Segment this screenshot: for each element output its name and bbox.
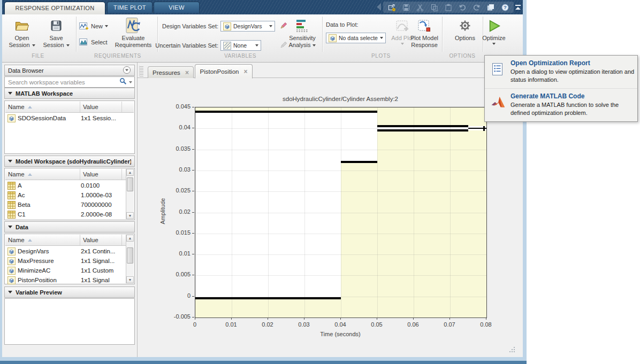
select-requirement-icon: [79, 38, 89, 47]
menu-item-generate-matlab-code[interactable]: Generate MATLAB CodeGenerate a MATLAB fu…: [485, 88, 637, 121]
layout-icon[interactable]: [485, 3, 496, 12]
copy-icon[interactable]: [429, 3, 440, 12]
column-header-name[interactable]: Name: [5, 235, 80, 245]
row-name: A: [18, 182, 81, 189]
document-tab-pistonposition[interactable]: PistonPosition×: [195, 64, 253, 79]
column-header-value[interactable]: Value: [80, 102, 122, 112]
scroll-down-icon[interactable]: ▼: [126, 276, 134, 283]
ribbon-tab-time-plot[interactable]: TIME PLOT: [107, 2, 153, 13]
save-icon[interactable]: [401, 3, 412, 12]
data-browser-header: Data Browser: [4, 65, 135, 76]
open-session-button[interactable]: Open Session: [6, 17, 37, 51]
chevron-down-icon: [401, 43, 404, 45]
row-value: 1x1 Signal: [81, 277, 110, 283]
infeasible-region: [377, 107, 486, 126]
column-header-value[interactable]: Value: [80, 235, 122, 245]
scroll-down-icon[interactable]: ▼: [126, 212, 134, 219]
scroll-up-icon[interactable]: ▲: [126, 235, 134, 242]
save-session-button[interactable]: Save Session: [41, 17, 72, 51]
document-tab-pressures[interactable]: Pressures×: [148, 66, 194, 78]
app-window: RESPONSE OPTIMIZATIONTIME PLOTVIEW ? Ope…: [0, 0, 527, 364]
section-header-data[interactable]: Data: [4, 221, 135, 233]
close-tab-icon[interactable]: ×: [185, 70, 189, 75]
table-row-pistonposition[interactable]: PistonPosition1x1 Signal: [6, 275, 126, 285]
x-tick: [340, 317, 341, 320]
select-requirement-button[interactable]: Select: [79, 37, 115, 48]
column-header-name[interactable]: Name: [5, 102, 80, 112]
scrollbar-thumb[interactable]: [127, 247, 133, 264]
chevron-down-icon: [66, 44, 70, 47]
plots-section-label: PLOTS: [371, 53, 391, 59]
ribbon-tab-response-optimization[interactable]: RESPONSE OPTIMIZATION: [4, 2, 105, 14]
optimize-button[interactable]: Optimize: [478, 17, 509, 51]
data-to-plot-dropdown[interactable]: No data selected: [326, 33, 386, 43]
bound-end-tick: [483, 126, 485, 131]
table-row-sdosessiondata[interactable]: SDOSessionData1x1 Sessio...: [6, 113, 126, 123]
x-tick-label: 0.04: [327, 321, 354, 328]
search-icon[interactable]: [119, 78, 127, 87]
ribbon-tab-view[interactable]: VIEW: [154, 2, 200, 13]
search-options-chevron-icon[interactable]: [129, 81, 132, 83]
resize-grip[interactable]: [508, 346, 516, 353]
new-requirement-button[interactable]: New: [79, 21, 115, 32]
uncertain-variables-set-label: Uncertain Variables Set:: [154, 42, 218, 49]
cut-icon[interactable]: [415, 3, 425, 12]
options-button[interactable]: Options: [451, 17, 479, 51]
section-header-variable-preview[interactable]: Variable Preview: [4, 286, 135, 298]
new-figure-icon[interactable]: [386, 3, 397, 12]
panel-menu-icon[interactable]: [123, 66, 131, 75]
vertical-scrollbar[interactable]: ▲▼: [126, 169, 134, 219]
requirement-bound-segment: [195, 111, 377, 113]
svg-text:?: ?: [504, 4, 507, 10]
tabbar-drag-grip[interactable]: [139, 66, 143, 76]
x-tick: [486, 317, 486, 320]
row-name: Beta: [18, 202, 81, 208]
column-header-value[interactable]: Value: [80, 169, 122, 180]
chart-title: sdoHydraulicCylinder/Cylinder Assembly:2: [195, 96, 486, 102]
y-tick: [192, 233, 194, 234]
table-row-maxpressure[interactable]: MaxPressure1x1 Signal...: [6, 256, 126, 266]
x-tick: [413, 317, 414, 320]
close-tab-icon[interactable]: ×: [243, 69, 247, 74]
requirement-bound-segment: [377, 125, 468, 127]
vertical-scrollbar[interactable]: ▲▼: [126, 235, 134, 283]
uncertain-variables-set-dropdown[interactable]: None: [220, 40, 261, 51]
main-area: Data Browser MATLAB Wor: [2, 63, 523, 357]
table-row-c1[interactable]: C12.0000e-08: [6, 210, 126, 219]
save-session-label: Save: [43, 35, 69, 42]
table-row-beta[interactable]: Beta700000000: [6, 200, 126, 210]
new-requirement-icon: [79, 22, 89, 30]
y-tick: [192, 275, 194, 275]
design-variables-set-dropdown[interactable]: DesignVars: [220, 21, 275, 32]
table-row-ac[interactable]: Ac1.0000e-03: [6, 190, 126, 200]
optimize-label: Optimize: [482, 35, 505, 42]
x-tick: [268, 317, 268, 320]
row-name: C1: [18, 211, 81, 218]
parameter-grid-icon: [7, 182, 16, 190]
open-session-label: Open: [9, 35, 35, 42]
table-row-minimizeac[interactable]: MinimizeAC1x1 Custom: [6, 266, 126, 275]
undo-icon[interactable]: [457, 3, 468, 12]
sensitivity-analysis-button[interactable]: Sensitivity Analysis: [284, 17, 321, 51]
collapse-ribbon-button[interactable]: [513, 2, 523, 12]
paste-icon[interactable]: [443, 3, 454, 12]
section-header-matlab-workspace[interactable]: MATLAB Workspace: [4, 88, 135, 99]
search-input[interactable]: [7, 79, 119, 86]
menu-item-description: Generate a MATLAB function to solve the …: [511, 101, 636, 117]
help-icon[interactable]: ?: [500, 3, 511, 12]
floppy-disk-icon: [50, 17, 62, 35]
collapse-triangle-icon: [8, 226, 12, 228]
evaluate-requirements-button[interactable]: Evaluate Requirements: [112, 17, 154, 51]
redo-icon[interactable]: [471, 3, 482, 12]
plot-model-response-icon: [417, 17, 431, 35]
plot-model-response-button[interactable]: Plot Model Response: [408, 17, 441, 51]
table-row-designvars[interactable]: DesignVars2x1 Contin...: [6, 246, 126, 256]
column-header-name[interactable]: Name: [5, 169, 80, 180]
section-header-model-workspace-sdohydrauliccylinder-[interactable]: Model Workspace (sdoHydraulicCylinder): [4, 156, 135, 167]
scroll-up-icon[interactable]: ▲: [126, 169, 134, 176]
scrollbar-thumb[interactable]: [127, 177, 133, 191]
table-row-a[interactable]: A0.0100: [6, 181, 126, 190]
y-tick-label: 0.04: [164, 124, 191, 130]
evaluate-requirements-icon: [125, 17, 141, 35]
menu-item-open-optimization-report[interactable]: Open Optimization ReportOpen a dialog to…: [485, 56, 637, 88]
